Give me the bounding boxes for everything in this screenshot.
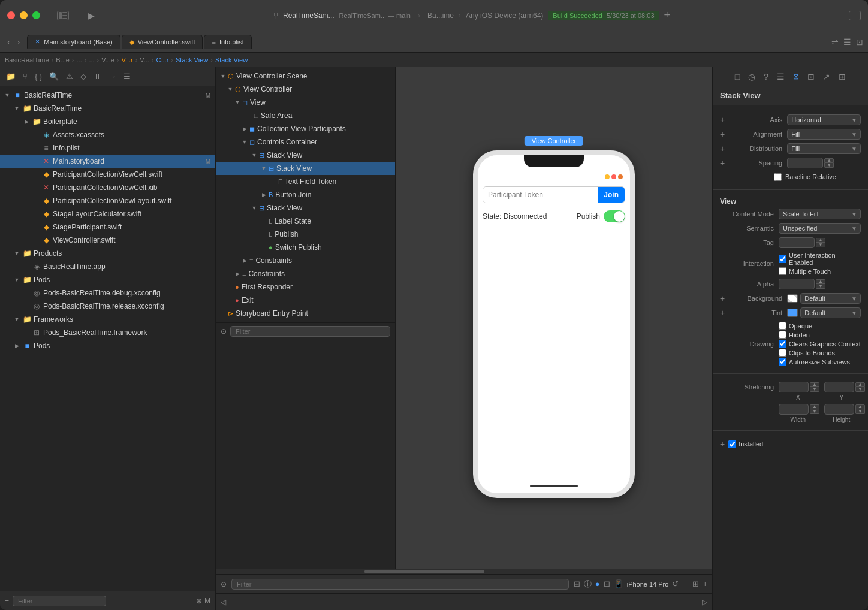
breadcrumb-5[interactable]: V...e bbox=[101, 56, 114, 64]
tree-arrow-boilerplate[interactable]: ▶ bbox=[22, 119, 31, 125]
breadcrumb-9[interactable]: Stack View bbox=[176, 56, 208, 64]
inspector-toggle-button[interactable] bbox=[849, 11, 861, 20]
spacing-input[interactable]: 8 bbox=[787, 158, 823, 168]
user-interaction-checkbox[interactable] bbox=[779, 255, 786, 263]
outline-vcs[interactable]: ▼ ⬡ View Controller Scene bbox=[216, 70, 395, 83]
outline-arrow-const2[interactable]: ▶ bbox=[233, 271, 242, 277]
tree-arrow-root[interactable]: ▼ bbox=[2, 92, 12, 98]
hidden-checkbox[interactable] bbox=[779, 331, 786, 339]
outline-arrow-vc[interactable]: ▼ bbox=[225, 86, 235, 92]
breadcrumb-10[interactable]: Stack View bbox=[215, 56, 248, 64]
nav-recent-icon[interactable]: ⊕ bbox=[196, 597, 202, 605]
scrollbar-thumb[interactable] bbox=[364, 570, 484, 573]
sx-down[interactable]: ▼ bbox=[810, 387, 819, 392]
outline-arrow-sv1[interactable]: ▼ bbox=[249, 152, 259, 158]
tree-arrow-group[interactable]: ▼ bbox=[12, 105, 22, 111]
outline-arrow-sv3[interactable]: ▼ bbox=[249, 205, 259, 211]
tree-item-products[interactable]: ▼ 📁 Products bbox=[0, 247, 215, 260]
test-nav-icon[interactable]: ◇ bbox=[79, 71, 88, 82]
canvas-bottom-left-icon[interactable]: ◁ bbox=[221, 598, 226, 606]
tree-item-podsdebug[interactable]: ◎ Pods-BasicRealTime.debug.xcconfig bbox=[0, 286, 215, 300]
zoom-in-icon[interactable]: + bbox=[703, 579, 707, 588]
nav-add-icon[interactable]: + bbox=[5, 597, 9, 605]
canvas-bottom-right-icon[interactable]: ▷ bbox=[702, 598, 707, 606]
outline-collectionview[interactable]: ▶ ◼ Collection View Participants bbox=[216, 122, 395, 135]
navigator-filter-input[interactable] bbox=[13, 596, 106, 606]
tree-item-stagelayout[interactable]: ◆ StageLayoutCalculator.swift bbox=[0, 207, 215, 221]
tree-item-assets[interactable]: ◈ Assets.xcassets bbox=[0, 128, 215, 141]
outline-textfield[interactable]: F Text Field Token bbox=[216, 175, 395, 188]
issue-nav-icon[interactable]: ⚠ bbox=[65, 71, 74, 82]
play-button[interactable]: ▶ bbox=[88, 11, 95, 20]
outline-arrow-cc[interactable]: ▼ bbox=[240, 139, 249, 145]
inspector-identity-icon[interactable]: ⧖ bbox=[791, 69, 801, 84]
outline-arrow-btn[interactable]: ▶ bbox=[259, 192, 269, 198]
tree-arrow-products[interactable]: ▼ bbox=[12, 250, 22, 256]
size-icon[interactable]: ⊢ bbox=[682, 579, 689, 588]
tree-arrow-pods[interactable]: ▼ bbox=[12, 277, 22, 283]
alignment-plus[interactable]: + bbox=[720, 129, 725, 139]
tree-item-participantxib[interactable]: ✕ ParticipantCollectionViewCell.xib bbox=[0, 181, 215, 194]
outline-exit[interactable]: ● Exit bbox=[216, 294, 395, 307]
breadcrumb-8[interactable]: C...r bbox=[156, 56, 169, 64]
outline-view[interactable]: ▼ ◻ View bbox=[216, 96, 395, 109]
tree-item-frameworks[interactable]: ▼ 📁 Frameworks bbox=[0, 313, 215, 326]
tree-item-pods[interactable]: ▼ 📁 Pods bbox=[0, 273, 215, 286]
sy-down[interactable]: ▼ bbox=[855, 387, 865, 392]
clips-bounds-checkbox[interactable] bbox=[779, 349, 786, 357]
tab-plist[interactable]: ≡ Info.plist bbox=[204, 35, 251, 49]
grid-icon[interactable]: ⊞ bbox=[692, 579, 699, 588]
list-icon[interactable]: ☰ bbox=[843, 37, 851, 47]
outline-constraints-view[interactable]: ▶ ≡ Constraints bbox=[216, 267, 395, 280]
forward-button[interactable]: › bbox=[15, 36, 23, 48]
tree-item-boilerplate[interactable]: ▶ 📁 Boilerplate bbox=[0, 115, 215, 128]
canvas-filter-input[interactable] bbox=[231, 579, 569, 590]
outline-stackview-child[interactable]: ▼ ⊟ Stack View bbox=[216, 162, 395, 175]
spacing-plus[interactable]: + bbox=[720, 158, 725, 168]
content-mode-select[interactable]: Scale To Fill Aspect Fit Aspect Fill bbox=[779, 209, 861, 219]
outline-switch-publish[interactable]: ● Switch Publish bbox=[216, 241, 395, 254]
sidebar-toggle-button[interactable] bbox=[57, 11, 69, 20]
stretch-y-input[interactable]: 0 bbox=[824, 382, 854, 392]
tree-item-group[interactable]: ▼ 📁 BasicRealTime bbox=[0, 102, 215, 115]
nav-source-icon[interactable]: M bbox=[204, 597, 210, 605]
tree-item-podsrelease[interactable]: ◎ Pods-BasicRealTime.release.xcconfig bbox=[0, 300, 215, 313]
tag-down[interactable]: ▼ bbox=[816, 243, 825, 247]
breadcrumb-7[interactable]: V... bbox=[140, 56, 149, 64]
report-nav-icon[interactable]: ☰ bbox=[122, 71, 132, 82]
tree-item-participantlayout[interactable]: ◆ ParticipantCollectionViewLayout.swift bbox=[0, 194, 215, 207]
breadcrumb-6[interactable]: V...r bbox=[122, 56, 133, 64]
tab-storyboard[interactable]: ✕ Main.storyboard (Base) bbox=[27, 35, 120, 49]
more-icon[interactable]: ⊡ bbox=[856, 37, 863, 47]
clears-graphics-checkbox[interactable] bbox=[779, 340, 786, 348]
maximize-button[interactable] bbox=[32, 11, 40, 19]
join-button[interactable]: Join bbox=[598, 187, 625, 203]
add-button[interactable]: + bbox=[664, 9, 671, 22]
semantic-select[interactable]: Unspecified bbox=[779, 223, 861, 234]
outline-stackview-parent[interactable]: ▼ ⊟ Stack View bbox=[216, 149, 395, 162]
canvas-area[interactable]: → View Controller bbox=[396, 67, 712, 569]
installed-checkbox[interactable] bbox=[728, 440, 736, 448]
inspector-file-icon[interactable]: □ bbox=[733, 70, 742, 84]
storyboard-scrollbar[interactable] bbox=[216, 569, 712, 574]
tab-viewcontroller[interactable]: ◆ ViewController.swift bbox=[122, 35, 203, 49]
outline-controls-container[interactable]: ▼ ◻ Controls Container bbox=[216, 135, 395, 149]
inspector-history-icon[interactable]: ◷ bbox=[746, 70, 758, 84]
outline-label-state[interactable]: L Label State bbox=[216, 215, 395, 228]
symbol-nav-icon[interactable]: { } bbox=[34, 71, 43, 82]
tint-select[interactable]: Default bbox=[800, 307, 861, 318]
outline-label-publish[interactable]: L Publish bbox=[216, 228, 395, 241]
participant-token-input[interactable] bbox=[483, 187, 594, 203]
stretch-w-input[interactable]: 1 bbox=[779, 404, 809, 415]
alpha-down[interactable]: ▼ bbox=[816, 284, 825, 289]
inspector-connections-icon[interactable]: ↗ bbox=[821, 70, 833, 84]
tree-item-mainstoryboard[interactable]: ✕ Main.storyboard M bbox=[0, 155, 215, 168]
outline-arrow-view[interactable]: ▼ bbox=[233, 99, 242, 105]
close-button[interactable] bbox=[7, 11, 15, 19]
stretch-h-input[interactable]: 1 bbox=[824, 404, 854, 415]
source-control-icon[interactable]: ⑂ bbox=[22, 71, 29, 82]
distribution-select[interactable]: Fill Fill Equally Fill Proportionally bbox=[787, 143, 861, 154]
stretch-x-input[interactable]: 0 bbox=[779, 382, 809, 392]
inspector-attr-icon[interactable]: ☰ bbox=[774, 70, 787, 84]
autoresize-checkbox[interactable] bbox=[779, 358, 786, 366]
